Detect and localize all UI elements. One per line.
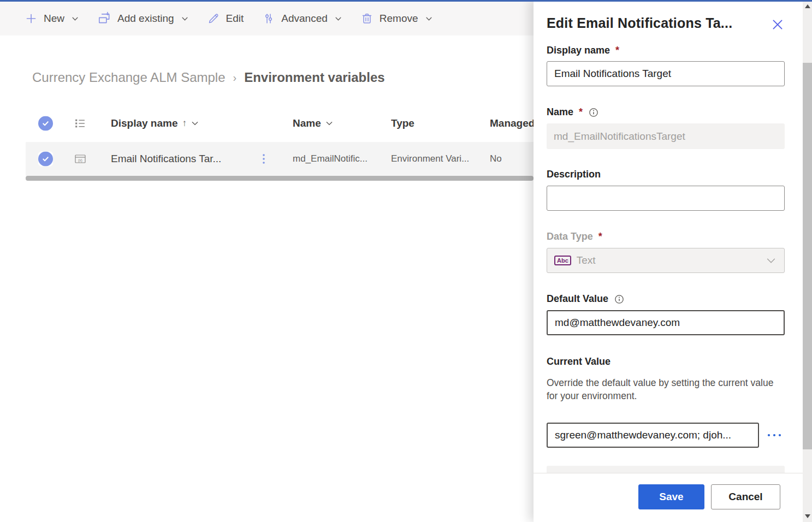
display-name-input[interactable]: [547, 61, 785, 86]
horizontal-scrollbar[interactable]: [26, 176, 534, 181]
checkmark-circle-icon[interactable]: [38, 116, 53, 131]
column-header-type[interactable]: Type: [391, 117, 487, 129]
plus-icon: [25, 12, 38, 25]
edit-environment-variable-panel: Edit Email Notifications Ta... Display n…: [534, 0, 803, 522]
more-options-ellipsis-icon[interactable]: [766, 432, 783, 438]
default-value-input[interactable]: [547, 310, 785, 335]
remove-label: Remove: [380, 13, 418, 25]
scroll-down-icon[interactable]: [803, 512, 812, 521]
chevron-down-icon: [765, 254, 777, 266]
current-value-help-text: Override the default value by setting th…: [547, 376, 785, 402]
default-value-label: Default Value: [547, 293, 785, 305]
advanced-button[interactable]: Advanced: [262, 12, 342, 25]
cancel-button[interactable]: Cancel: [711, 484, 780, 509]
column-header-display-name[interactable]: Display name ↑: [111, 117, 256, 129]
grid-header-row: Display name ↑ Name Type Managed: [26, 107, 534, 140]
scroll-up-icon[interactable]: [803, 2, 812, 11]
sort-ascending-icon: ↑: [182, 118, 187, 129]
data-type-dropdown-disabled: Abc Text: [547, 248, 785, 273]
options-icon: [262, 12, 275, 25]
edit-button[interactable]: Edit: [207, 12, 244, 25]
data-type-label: Data Type*: [547, 231, 785, 242]
description-label: Description: [547, 169, 785, 180]
breadcrumb: Currency Exchange ALM Sample › Environme…: [32, 70, 385, 85]
trash-icon: [360, 12, 374, 25]
panel-footer: Save Cancel: [534, 473, 803, 522]
chevron-down-icon[interactable]: [335, 15, 342, 22]
name-field-disabled: md_EmailNotificationsTarget: [547, 123, 785, 149]
row-display-name[interactable]: Email Notifications Tar...: [111, 153, 256, 165]
add-existing-label: Add existing: [117, 13, 174, 25]
close-icon[interactable]: [770, 17, 785, 32]
row-type: Environment Vari...: [391, 153, 487, 164]
remove-button[interactable]: Remove: [360, 12, 432, 25]
add-existing-icon: [97, 11, 111, 26]
info-icon[interactable]: [614, 294, 625, 305]
panel-body: Edit Email Notifications Ta... Display n…: [534, 0, 803, 473]
row-more-commands-icon[interactable]: [260, 152, 268, 166]
partially-hidden-field: [547, 466, 785, 473]
add-existing-button[interactable]: Add existing: [97, 11, 188, 26]
display-name-label: Display name*: [547, 45, 785, 56]
app-window: New Add existing Edit: [0, 0, 812, 522]
environment-variable-icon: (x): [74, 153, 86, 164]
text-data-type-icon: Abc: [554, 256, 571, 265]
chevron-down-icon[interactable]: [191, 120, 199, 127]
name-label: Name*: [547, 106, 785, 118]
advanced-label: Advanced: [281, 13, 328, 25]
new-label: New: [44, 13, 64, 25]
row-checkbox[interactable]: [38, 152, 53, 167]
table-row[interactable]: (x) Email Notifications Tar... md_EmailN…: [26, 142, 534, 176]
row-name: md_EmailNotific...: [293, 153, 380, 164]
select-all-checkbox[interactable]: [38, 116, 53, 131]
chevron-down-icon[interactable]: [181, 15, 188, 22]
top-accent-bar: [0, 0, 812, 2]
chevron-down-icon[interactable]: [425, 15, 432, 22]
current-value-label: Current Value: [547, 356, 785, 367]
chevron-down-icon[interactable]: [72, 15, 79, 22]
description-input[interactable]: [547, 186, 785, 211]
column-header-name[interactable]: Name: [293, 117, 380, 129]
data-type-value: Text: [577, 254, 760, 266]
edit-label: Edit: [226, 13, 244, 25]
breadcrumb-separator-icon: ›: [233, 72, 237, 84]
page-title: Environment variables: [244, 70, 384, 85]
pencil-icon: [207, 12, 220, 25]
breadcrumb-solution-link[interactable]: Currency Exchange ALM Sample: [32, 70, 226, 85]
vertical-scrollbar-thumb[interactable]: [803, 63, 812, 449]
panel-title: Edit Email Notifications Ta...: [547, 15, 732, 31]
chevron-down-icon[interactable]: [325, 120, 333, 127]
info-icon[interactable]: [588, 107, 599, 118]
save-button[interactable]: Save: [638, 484, 704, 509]
vertical-scrollbar[interactable]: [803, 0, 812, 522]
current-value-input[interactable]: [547, 423, 759, 448]
checkmark-circle-icon[interactable]: [38, 152, 53, 167]
svg-text:(x): (x): [78, 158, 82, 163]
new-button[interactable]: New: [25, 12, 79, 25]
row-type-column-icon: [74, 118, 86, 129]
